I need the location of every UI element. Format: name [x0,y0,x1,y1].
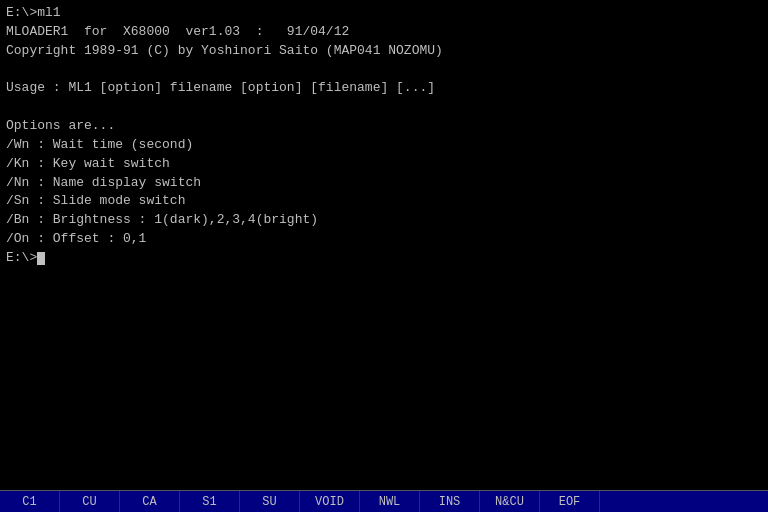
status-item-ca: CA [120,491,180,512]
status-item-n&cu: N&CU [480,491,540,512]
status-item-c1: C1 [0,491,60,512]
status-item-s1: S1 [180,491,240,512]
status-item-su: SU [240,491,300,512]
status-bar: C1CUCAS1SUVOIDNWLINSN&CUEOF [0,490,768,512]
status-item-ins: INS [420,491,480,512]
terminal-output: E:\>ml1 MLOADER1 for X68000 ver1.03 : 91… [0,0,768,490]
status-item-nwl: NWL [360,491,420,512]
terminal-cursor [37,252,45,265]
status-item-cu: CU [60,491,120,512]
status-item-void: VOID [300,491,360,512]
status-item-eof: EOF [540,491,600,512]
